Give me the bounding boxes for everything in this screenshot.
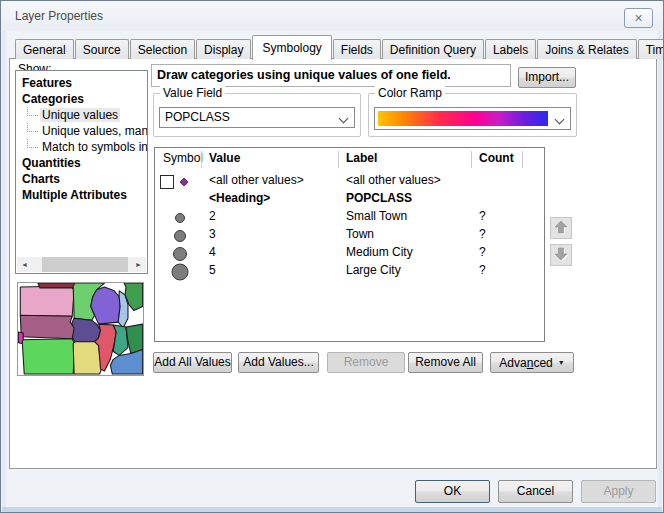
- cell-value: <all other values>: [209, 173, 304, 187]
- all-other-values-checkbox[interactable]: [160, 175, 174, 189]
- map-region: [71, 318, 100, 341]
- title-bar[interactable]: Layer Properties ✕: [1, 1, 663, 31]
- chevron-down-icon: [555, 115, 565, 125]
- remove-all-button[interactable]: Remove All: [408, 352, 483, 373]
- column-header-symbol: Symbol: [163, 151, 203, 165]
- cell-count: ?: [479, 209, 486, 223]
- dropdown-arrow-icon: ▼: [558, 359, 565, 366]
- tab-definition-query[interactable]: Definition Query: [382, 39, 484, 59]
- close-icon: ✕: [634, 12, 643, 24]
- tree-horizontal-scrollbar[interactable]: ◄ ►: [17, 257, 146, 272]
- map-region: [126, 324, 143, 353]
- cell-value: <Heading>: [209, 191, 270, 205]
- map-region: [38, 283, 75, 288]
- add-values-button[interactable]: Add Values...: [238, 352, 319, 373]
- window-frame-left: [2, 31, 6, 507]
- table-row[interactable]: <all other values> <all other values>: [155, 171, 544, 189]
- column-header-label: Label: [346, 151, 377, 165]
- scroll-right-icon[interactable]: ►: [131, 257, 146, 272]
- column-header-value: Value: [209, 151, 240, 165]
- apply-button: Apply: [581, 480, 656, 503]
- circle-symbol-icon[interactable]: [170, 263, 190, 281]
- cell-value: 3: [209, 227, 216, 241]
- advanced-button[interactable]: Advanced▼: [490, 352, 574, 373]
- cell-label: <all other values>: [346, 173, 441, 187]
- add-all-values-button[interactable]: Add All Values: [153, 352, 232, 373]
- move-down-button[interactable]: [550, 244, 572, 266]
- tab-symbology[interactable]: Symbology: [252, 35, 331, 60]
- tab-source[interactable]: Source: [75, 39, 129, 59]
- symbology-tab-page: Show: Features Categories Unique values …: [9, 58, 657, 469]
- cell-value: 5: [209, 263, 216, 277]
- values-table-header: Symbol Value Label Count: [155, 148, 544, 169]
- map-region: [20, 315, 74, 338]
- values-table: Symbol Value Label Count <all other valu…: [154, 147, 545, 342]
- value-field-dropdown[interactable]: POPCLASS: [159, 107, 355, 128]
- tree-item-charts[interactable]: Charts: [16, 171, 147, 187]
- map-preview-svg: [18, 283, 143, 375]
- tab-selection[interactable]: Selection: [130, 39, 195, 59]
- show-tree: Features Categories Unique values Unique…: [15, 70, 148, 274]
- cell-value: 2: [209, 209, 216, 223]
- column-header-count: Count: [479, 151, 514, 165]
- tab-joins-relates[interactable]: Joins & Relates: [537, 39, 636, 59]
- table-row[interactable]: 4 Medium City ?: [155, 243, 544, 261]
- tree-item-quantities[interactable]: Quantities: [16, 155, 147, 171]
- cancel-button[interactable]: Cancel: [498, 480, 573, 503]
- tab-fields[interactable]: Fields: [333, 39, 381, 59]
- tree-item-multiple-attributes[interactable]: Multiple Attributes: [16, 187, 147, 203]
- tab-general[interactable]: General: [15, 39, 74, 59]
- tree-item-features[interactable]: Features: [16, 75, 147, 91]
- cell-count: ?: [479, 263, 486, 277]
- method-description: Draw categories using unique values of o…: [151, 64, 511, 87]
- value-field-selected: POPCLASS: [165, 110, 230, 124]
- map-region: [22, 339, 75, 374]
- map-region: [73, 342, 101, 374]
- tab-display[interactable]: Display: [196, 39, 251, 59]
- tab-time[interactable]: Time: [638, 39, 664, 59]
- tab-labels[interactable]: Labels: [485, 39, 536, 59]
- map-region: [113, 325, 128, 355]
- move-up-button[interactable]: [550, 217, 572, 239]
- down-arrow-icon: [551, 245, 571, 265]
- color-ramp-label: Color Ramp: [375, 86, 445, 100]
- tab-strip: General Source Selection Display Symbolo…: [15, 33, 664, 59]
- symbology-preview-map: [17, 282, 144, 376]
- scrollbar-thumb[interactable]: [42, 257, 128, 272]
- cell-label: Small Town: [346, 209, 407, 223]
- window-frame-bottom: [2, 507, 662, 512]
- remove-button: Remove: [327, 352, 405, 373]
- table-row[interactable]: 5 Large City ?: [155, 261, 544, 279]
- color-ramp-swatch: [378, 111, 548, 126]
- import-button[interactable]: Import...: [518, 67, 576, 88]
- window-title: Layer Properties: [15, 9, 103, 23]
- close-button[interactable]: ✕: [624, 8, 653, 28]
- table-row[interactable]: 3 Town ?: [155, 225, 544, 243]
- cell-label: Town: [346, 227, 374, 241]
- tree-item-unique-values[interactable]: Unique values: [16, 107, 147, 123]
- table-row[interactable]: 2 Small Town ?: [155, 207, 544, 225]
- tree-item-unique-values-many[interactable]: Unique values, many: [16, 123, 147, 139]
- window-frame-right: [658, 31, 662, 507]
- ok-button[interactable]: OK: [415, 480, 490, 503]
- cell-label: Large City: [346, 263, 401, 277]
- cell-value: 4: [209, 245, 216, 259]
- scroll-left-icon[interactable]: ◄: [17, 257, 32, 272]
- map-region: [20, 286, 74, 316]
- color-ramp-dropdown[interactable]: [374, 107, 571, 130]
- value-field-label: Value Field: [160, 86, 225, 100]
- map-region: [91, 287, 120, 324]
- chevron-down-icon: [339, 114, 349, 124]
- cell-label: Medium City: [346, 245, 413, 259]
- up-arrow-icon: [551, 218, 571, 238]
- tree-item-categories[interactable]: Categories: [16, 91, 147, 107]
- tree-item-match-symbols[interactable]: Match to symbols in a: [16, 139, 147, 155]
- cell-count: ?: [479, 227, 486, 241]
- cell-label: POPCLASS: [346, 191, 412, 205]
- cell-count: ?: [479, 245, 486, 259]
- table-row[interactable]: <Heading> POPCLASS: [155, 189, 544, 207]
- layer-properties-dialog: Layer Properties ✕ General Source Select…: [0, 0, 664, 513]
